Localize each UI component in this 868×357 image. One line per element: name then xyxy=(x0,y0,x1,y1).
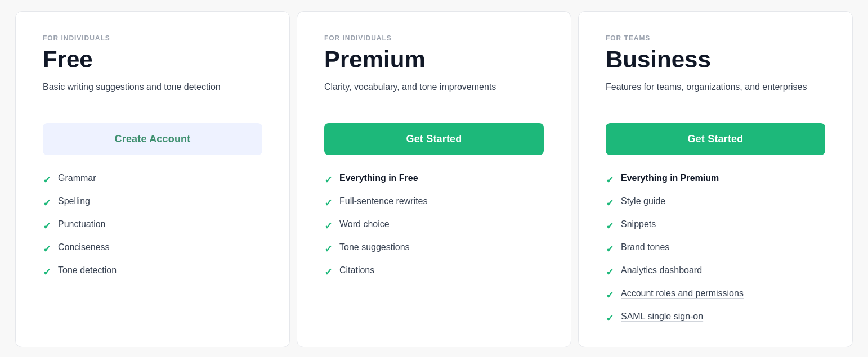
pricing-card-premium: FOR INDIVIDUALSPremiumClarity, vocabular… xyxy=(297,11,571,347)
feature-item: ✓Brand tones xyxy=(606,242,825,255)
feature-label: Snippets xyxy=(621,219,656,229)
feature-list: ✓Grammar✓Spelling✓Punctuation✓Concisenes… xyxy=(43,173,262,278)
feature-label: Style guide xyxy=(621,196,665,206)
plan-description: Basic writing suggestions and tone detec… xyxy=(43,80,262,107)
plan-audience: FOR TEAMS xyxy=(606,34,825,42)
plan-name: Free xyxy=(43,47,262,73)
premium-cta-button[interactable]: Get Started xyxy=(324,123,544,155)
feature-label: Tone suggestions xyxy=(339,242,410,252)
feature-label: Punctuation xyxy=(58,219,106,229)
checkmark-icon: ✓ xyxy=(43,266,51,278)
checkmark-icon: ✓ xyxy=(606,312,614,324)
feature-label: Word choice xyxy=(339,219,390,229)
feature-label: Grammar xyxy=(58,173,96,183)
feature-item: ✓Conciseness xyxy=(43,242,262,255)
feature-item: ✓Snippets xyxy=(606,219,825,232)
feature-label: Everything in Premium xyxy=(621,173,719,183)
feature-item: ✓SAML single sign-on xyxy=(606,311,825,324)
free-cta-button[interactable]: Create Account xyxy=(43,123,262,155)
feature-item: ✓Tone detection xyxy=(43,265,262,278)
feature-item: ✓Everything in Premium xyxy=(606,173,825,186)
pricing-card-business: FOR TEAMSBusinessFeatures for teams, org… xyxy=(578,11,853,347)
feature-item: ✓Citations xyxy=(324,265,544,278)
feature-label: Analytics dashboard xyxy=(621,265,702,275)
checkmark-icon: ✓ xyxy=(43,220,51,232)
checkmark-icon: ✓ xyxy=(43,174,51,186)
feature-label: SAML single sign-on xyxy=(621,311,703,322)
plan-description: Features for teams, organizations, and e… xyxy=(606,80,825,107)
plan-description: Clarity, vocabulary, and tone improvemen… xyxy=(324,80,544,107)
checkmark-icon: ✓ xyxy=(324,174,333,186)
checkmark-icon: ✓ xyxy=(606,289,614,301)
checkmark-icon: ✓ xyxy=(606,220,614,232)
checkmark-icon: ✓ xyxy=(43,197,51,209)
pricing-card-free: FOR INDIVIDUALSFreeBasic writing suggest… xyxy=(15,11,290,347)
checkmark-icon: ✓ xyxy=(606,197,614,209)
feature-item: ✓Analytics dashboard xyxy=(606,265,825,278)
checkmark-icon: ✓ xyxy=(606,174,614,186)
feature-label: Brand tones xyxy=(621,242,669,252)
feature-label: Everything in Free xyxy=(339,173,418,183)
plan-audience: FOR INDIVIDUALS xyxy=(324,34,544,42)
checkmark-icon: ✓ xyxy=(324,243,333,255)
checkmark-icon: ✓ xyxy=(324,197,333,209)
checkmark-icon: ✓ xyxy=(324,220,333,232)
plan-name: Business xyxy=(606,47,825,73)
feature-item: ✓Everything in Free xyxy=(324,173,544,186)
plan-name: Premium xyxy=(324,47,544,73)
business-cta-button[interactable]: Get Started xyxy=(606,123,825,155)
feature-item: ✓Grammar xyxy=(43,173,262,186)
feature-item: ✓Style guide xyxy=(606,196,825,209)
checkmark-icon: ✓ xyxy=(43,243,51,255)
feature-item: ✓Punctuation xyxy=(43,219,262,232)
feature-label: Tone detection xyxy=(58,265,117,275)
feature-item: ✓Word choice xyxy=(324,219,544,232)
feature-item: ✓Spelling xyxy=(43,196,262,209)
plan-audience: FOR INDIVIDUALS xyxy=(43,34,262,42)
feature-label: Account roles and permissions xyxy=(621,288,744,299)
checkmark-icon: ✓ xyxy=(606,243,614,255)
feature-label: Citations xyxy=(339,265,374,275)
checkmark-icon: ✓ xyxy=(324,266,333,278)
feature-label: Full-sentence rewrites xyxy=(339,196,428,206)
feature-item: ✓Account roles and permissions xyxy=(606,288,825,301)
checkmark-icon: ✓ xyxy=(606,266,614,278)
feature-list: ✓Everything in Premium✓Style guide✓Snipp… xyxy=(606,173,825,324)
feature-label: Spelling xyxy=(58,196,90,206)
feature-item: ✓Full-sentence rewrites xyxy=(324,196,544,209)
pricing-container: FOR INDIVIDUALSFreeBasic writing suggest… xyxy=(12,11,856,347)
feature-item: ✓Tone suggestions xyxy=(324,242,544,255)
feature-list: ✓Everything in Free✓Full-sentence rewrit… xyxy=(324,173,544,278)
feature-label: Conciseness xyxy=(58,242,110,252)
